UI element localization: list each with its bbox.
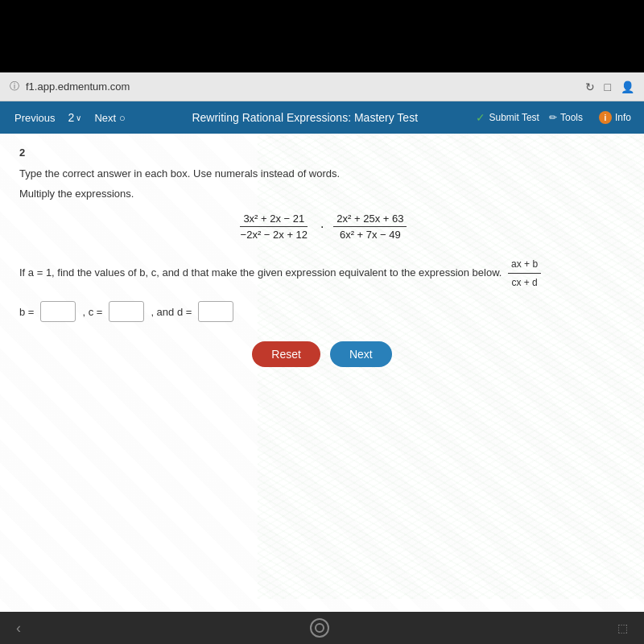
url-display: f1.app.edmentum.com — [26, 80, 579, 93]
fraction-1-denominator: −2x² − 2x + 12 — [237, 227, 311, 241]
b-label: b = — [19, 306, 34, 318]
reload-button[interactable]: ↻ — [585, 80, 595, 93]
info-button[interactable]: i Info — [592, 108, 638, 127]
next-icon: ○ — [119, 112, 126, 124]
equivalence-text: If a = 1, find the values of b, c, and d… — [19, 257, 625, 290]
c-label: , c = — [82, 306, 102, 318]
security-icon: ⓘ — [10, 80, 19, 93]
submit-test-button[interactable]: ✓ Submit Test — [476, 111, 539, 124]
action-buttons: Reset Next — [19, 341, 625, 367]
tools-label: Tools — [560, 112, 583, 123]
equiv-fraction: ax + b cx + d — [508, 257, 541, 290]
home-button[interactable] — [310, 618, 329, 638]
question-num-display: 2 — [68, 111, 75, 124]
previous-label: Previous — [14, 112, 56, 124]
next-button[interactable]: Next — [330, 341, 392, 367]
tools-button[interactable]: ✏ Tools — [543, 109, 589, 126]
reset-button[interactable]: Reset — [252, 341, 320, 367]
info-label: Info — [615, 112, 631, 123]
bottom-bar: ‹ ⬚ — [0, 612, 644, 644]
pencil-icon: ✏ — [549, 112, 557, 123]
fraction-1: 3x² + 2x − 21 −2x² − 2x + 12 — [237, 213, 311, 241]
fraction-2: 2x² + 25x + 63 6x² + 7x − 49 — [333, 213, 407, 241]
equiv-denominator: cx + d — [508, 274, 540, 290]
bottom-back-icon[interactable]: ‹ — [16, 620, 21, 637]
equiv-numerator: ax + b — [508, 257, 541, 274]
profile-button[interactable]: 👤 — [621, 80, 634, 93]
c-input[interactable] — [109, 301, 144, 322]
question-number: 2 — [19, 147, 625, 159]
chevron-down-icon: ∨ — [76, 114, 81, 122]
page-title: Rewriting Rational Expressions: Mastery … — [134, 111, 477, 124]
tab-button[interactable]: □ — [605, 80, 611, 93]
info-icon: i — [599, 111, 612, 124]
next-label-toolbar: Next — [94, 112, 116, 124]
d-input[interactable] — [198, 301, 233, 322]
fraction-1-numerator: 3x² + 2x − 21 — [240, 213, 308, 227]
bottom-apps-icon[interactable]: ⬚ — [617, 621, 628, 634]
submit-test-label: Submit Test — [489, 112, 539, 123]
fraction-2-denominator: 6x² + 7x − 49 — [336, 227, 404, 241]
d-label: , and d = — [151, 306, 192, 318]
fraction-2-numerator: 2x² + 25x + 63 — [333, 213, 407, 227]
question-number-selector[interactable]: 2 ∨ — [64, 108, 87, 127]
previous-button[interactable]: Previous — [6, 109, 64, 127]
next-button-toolbar[interactable]: Next ○ — [86, 109, 134, 127]
b-input[interactable] — [40, 301, 76, 322]
check-icon: ✓ — [476, 111, 485, 124]
multiply-operator: · — [320, 220, 324, 234]
math-expression: 3x² + 2x − 21 −2x² − 2x + 12 · 2x² + 25x… — [19, 213, 625, 241]
instructions-text: Type the correct answer in each box. Use… — [19, 167, 625, 181]
task-text: Multiply the expressions. — [19, 188, 625, 200]
answer-row: b = , c = , and d = — [19, 301, 625, 322]
